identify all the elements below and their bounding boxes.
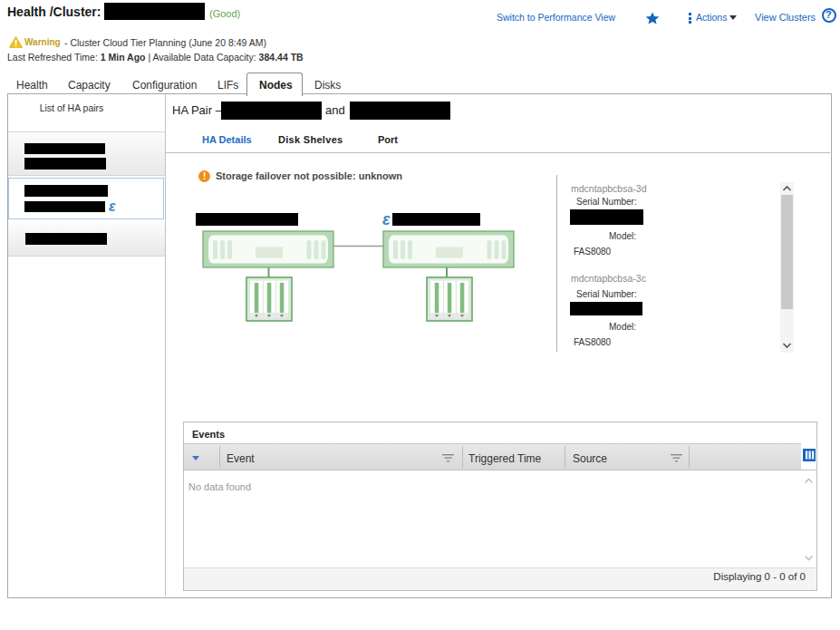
svg-text:ε: ε xyxy=(382,211,391,228)
